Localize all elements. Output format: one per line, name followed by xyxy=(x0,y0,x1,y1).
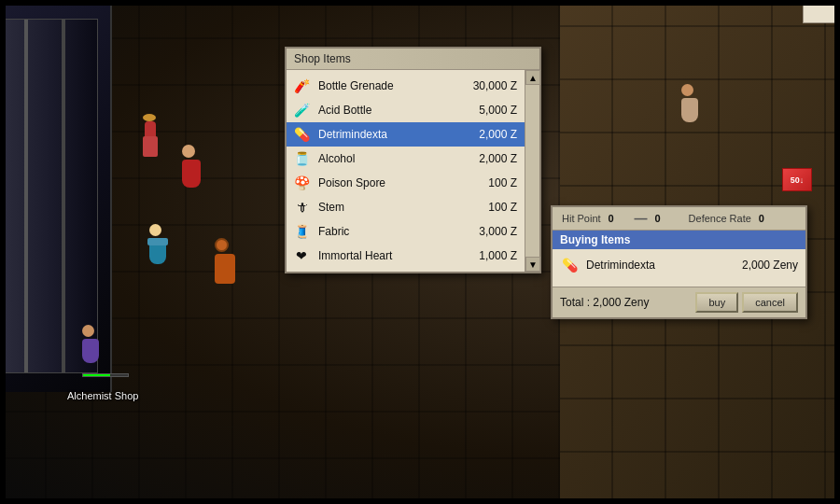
total-row: Total : 2,000 Zeny buy cancel xyxy=(553,287,805,317)
shop-item-acid-bottle[interactable]: 🧪Acid Bottle5,000 Z xyxy=(287,98,525,122)
shop-item-price-poison-spore: 100 Z xyxy=(461,176,517,189)
shop-item-bottle-grenade[interactable]: 🧨Bottle Grenade30,000 Z xyxy=(287,74,525,98)
shop-item-icon-poison-spore: 🍄 xyxy=(292,174,311,192)
character-3 xyxy=(149,224,166,264)
character-2 xyxy=(182,145,201,188)
shop-items-wrapper: 🧨Bottle Grenade30,000 Z🧪Acid Bottle5,000… xyxy=(287,70,539,272)
shop-item-name-immortal-heart: Immortal Heart xyxy=(318,249,461,262)
shop-item-name-poison-spore: Poison Spore xyxy=(318,176,461,189)
hit-point-value: 0 xyxy=(609,213,627,224)
shop-item-immortal-heart[interactable]: ❤Immortal Heart1,000 Z xyxy=(287,244,525,268)
shop-scrollbar: ▲ ▼ xyxy=(525,70,539,272)
character-1 xyxy=(145,121,156,138)
shop-item-name-bottle-grenade: Bottle Grenade xyxy=(318,79,461,92)
stats-row: Hit Point 0 — 0 Defence Rate 0 xyxy=(553,207,805,231)
defence-rate-label: Defence Rate xyxy=(689,213,751,224)
total-text: Total : 2,000 Zeny xyxy=(560,296,649,309)
shop-item-name-stem: Stem xyxy=(318,201,461,214)
shop-dialog: Shop Items 🧨Bottle Grenade30,000 Z🧪Acid … xyxy=(285,47,541,273)
minimap-button[interactable] xyxy=(803,0,840,23)
shop-item-price-immortal-heart: 1,000 Z xyxy=(461,249,517,262)
character-npc xyxy=(681,84,698,122)
shop-item-icon-detrimindexta: 💊 xyxy=(292,125,311,144)
metal-structure xyxy=(5,19,98,373)
hit-point-value2: 0 xyxy=(655,213,674,224)
scroll-up-button[interactable]: ▲ xyxy=(525,70,540,85)
shop-item-icon-acid-bottle: 🧪 xyxy=(292,101,311,119)
buying-item-detrimindexta: 💊Detrimindexta2,000 Zeny xyxy=(553,253,805,277)
shop-item-price-bottle-grenade: 30,000 Z xyxy=(461,79,517,92)
buying-item-price: 2,000 Zeny xyxy=(742,259,798,272)
cancel-button[interactable]: cancel xyxy=(742,292,798,313)
buying-item-icon: 💊 xyxy=(560,256,579,274)
hp-bar-fill xyxy=(83,374,110,376)
location-label: Alchemist Shop xyxy=(67,390,138,401)
shop-item-stem[interactable]: 🗡Stem100 Z xyxy=(287,195,525,219)
defence-rate-value: 0 xyxy=(759,213,777,224)
stat-separator: — xyxy=(635,211,648,226)
shop-items-list: 🧨Bottle Grenade30,000 Z🧪Acid Bottle5,000… xyxy=(287,70,525,272)
buying-list: 💊Detrimindexta2,000 Zeny xyxy=(553,249,805,287)
character-5 xyxy=(82,325,99,363)
shop-item-detrimindexta[interactable]: 💊Detrimindexta2,000 Z xyxy=(287,122,525,147)
hit-point-label: Hit Point xyxy=(562,213,601,224)
shop-item-price-fabric: 3,000 Z xyxy=(461,225,517,238)
buying-title: Buying Items xyxy=(553,231,805,249)
shop-item-price-stem: 100 Z xyxy=(461,201,517,214)
shop-item-alcohol[interactable]: 🫙Alcohol2,000 Z xyxy=(287,147,525,171)
shop-item-fabric[interactable]: 🧵Fabric3,000 Z xyxy=(287,219,525,244)
buttons-row: buy cancel xyxy=(695,292,798,313)
shop-item-icon-alcohol: 🫙 xyxy=(292,149,311,168)
shop-item-name-fabric: Fabric xyxy=(318,225,461,238)
shop-item-icon-stem: 🗡 xyxy=(292,198,311,217)
shop-item-name-detrimindexta: Detrimindexta xyxy=(318,128,461,141)
shop-item-poison-spore[interactable]: 🍄Poison Spore100 Z xyxy=(287,171,525,195)
character-hp-bar xyxy=(82,373,129,377)
shop-item-name-alcohol: Alcohol xyxy=(318,152,461,165)
shop-item-price-detrimindexta: 2,000 Z xyxy=(461,128,517,141)
shop-item-icon-bottle-grenade: 🧨 xyxy=(292,77,311,95)
item-badge: 50↓ xyxy=(782,168,812,191)
shop-item-icon-fabric: 🧵 xyxy=(292,222,311,241)
scroll-down-button[interactable]: ▼ xyxy=(525,257,540,272)
shop-item-price-acid-bottle: 5,000 Z xyxy=(461,104,517,117)
shop-item-price-alcohol: 2,000 Z xyxy=(461,152,517,165)
shop-item-name-acid-bottle: Acid Bottle xyxy=(318,104,461,117)
shop-title: Shop Items xyxy=(294,52,351,65)
shop-title-bar: Shop Items xyxy=(287,49,539,70)
buying-item-name: Detrimindexta xyxy=(586,259,742,272)
buy-button[interactable]: buy xyxy=(695,292,738,313)
character-4 xyxy=(215,238,235,284)
right-panel: Hit Point 0 — 0 Defence Rate 0 Buying It… xyxy=(551,205,807,319)
shop-item-icon-immortal-heart: ❤ xyxy=(292,246,311,265)
